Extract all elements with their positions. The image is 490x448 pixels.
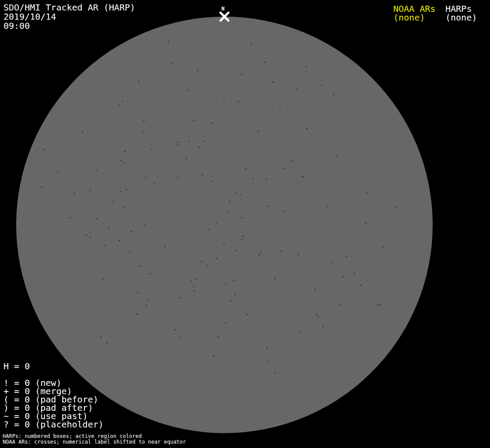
magnetic-speckle xyxy=(124,207,125,208)
magnetic-speckle xyxy=(121,191,122,192)
magnetic-speckle xyxy=(124,162,125,163)
magnetic-speckle xyxy=(125,151,126,152)
magnetic-speckle xyxy=(207,265,208,266)
magnetic-speckle xyxy=(300,332,301,332)
magnetic-speckle xyxy=(365,223,366,224)
magnetic-speckle xyxy=(186,158,187,159)
magnetic-speckle xyxy=(218,336,219,337)
magnetic-speckle xyxy=(178,177,178,178)
noaa-ars-column: NOAA ARs (none) xyxy=(393,4,435,22)
magnetic-speckle xyxy=(296,89,297,90)
magnetic-speckle xyxy=(302,176,303,177)
magnetic-speckle xyxy=(281,251,282,252)
magnetic-speckle xyxy=(258,280,259,280)
magnetic-speckle xyxy=(172,63,172,63)
magnetic-speckle xyxy=(284,168,285,169)
magnetic-speckle xyxy=(86,234,87,235)
magnetic-speckle xyxy=(234,280,234,281)
magnetic-speckle xyxy=(366,192,367,193)
magnetic-speckle xyxy=(70,217,70,218)
magnetic-speckle xyxy=(396,207,396,208)
frame-time: 09:00 xyxy=(4,21,30,31)
magnetic-speckle xyxy=(179,298,180,298)
magnetic-speckle xyxy=(41,187,42,188)
magnetic-speckle xyxy=(194,290,195,291)
magnetic-speckle xyxy=(101,336,102,337)
magnetic-speckle xyxy=(189,141,189,142)
legend-item-placeholder: ? = 0 (placeholder) xyxy=(4,419,104,430)
noaa-ars-value: (none) xyxy=(393,12,425,23)
magnetic-speckle xyxy=(339,304,340,305)
magnetic-speckle xyxy=(253,178,254,179)
magnetic-speckle xyxy=(193,286,194,287)
legend-block: ! = 0 (new) + = 0 (merge) ( = 0 (pad bef… xyxy=(4,379,104,429)
magnetic-speckle xyxy=(213,356,214,357)
magnetic-speckle xyxy=(315,289,315,290)
magnetic-speckle xyxy=(113,201,114,202)
magnetic-speckle xyxy=(122,101,123,102)
magnetic-speckle xyxy=(146,305,147,306)
magnetic-speckle xyxy=(43,149,44,150)
magnetic-speckle xyxy=(150,273,150,274)
magnetic-speckle xyxy=(332,262,332,263)
magnetic-speckle xyxy=(318,316,318,317)
magnetic-speckle xyxy=(74,193,75,194)
magnetic-speckle xyxy=(177,144,178,145)
harps-value: (none) xyxy=(445,12,477,23)
magnetic-speckle xyxy=(108,228,109,229)
magnetic-speckle xyxy=(138,81,139,82)
magnetic-speckle xyxy=(90,237,91,238)
magnetic-speckle xyxy=(197,70,198,71)
magnetic-speckle xyxy=(126,189,126,190)
magnetic-speckle xyxy=(245,168,246,169)
magnetic-speckle xyxy=(336,156,337,157)
magnetic-speckle xyxy=(274,372,275,373)
magnetic-speckle xyxy=(260,253,261,254)
magnetic-speckle xyxy=(266,178,267,179)
magnetic-speckle xyxy=(201,261,202,262)
magnetic-speckle xyxy=(147,300,148,301)
magnetic-speckle xyxy=(105,245,105,246)
magnetic-speckle xyxy=(188,90,189,91)
magnetic-speckle xyxy=(242,217,242,218)
magnetic-speckle xyxy=(203,141,204,142)
magnetic-speckle xyxy=(231,301,231,301)
magnetic-speckle xyxy=(360,285,361,286)
magnetic-speckle xyxy=(264,62,265,63)
magnetic-speckle xyxy=(96,170,97,171)
magnetic-speckle xyxy=(346,256,347,257)
magnetic-speckle xyxy=(240,194,241,195)
magnetic-speckle xyxy=(236,250,237,251)
magnetic-speckle xyxy=(242,236,243,237)
footer-caption: HARPs: numbered boxes; active region col… xyxy=(3,434,186,445)
magnetic-speckle xyxy=(102,279,103,280)
magnetic-speckle xyxy=(283,211,284,212)
magnetic-speckle xyxy=(106,343,107,343)
magnetic-speckle xyxy=(350,136,350,136)
magnetic-speckle xyxy=(178,142,178,143)
solar-disk xyxy=(16,17,433,433)
magnetic-speckle xyxy=(225,283,226,284)
magnetic-speckle xyxy=(247,314,248,315)
magnetic-speckle xyxy=(274,278,275,279)
magnetic-speckle xyxy=(322,326,323,327)
footer-line-harps: HARPs: numbered boxes; active region col… xyxy=(3,433,142,439)
magnetic-speckle xyxy=(259,255,259,256)
magnetic-speckle xyxy=(175,329,175,330)
magnetic-speckle xyxy=(202,175,203,175)
magnetic-speckle xyxy=(266,347,267,348)
footer-line-noaa: NOAA ARs: crosses; numerical label shift… xyxy=(3,439,186,445)
magnetic-speckle xyxy=(154,183,155,184)
magnetic-speckle xyxy=(380,304,381,305)
harp-count-line: H = 0 xyxy=(4,362,30,371)
magnetic-speckle xyxy=(224,98,224,99)
magnetic-speckle xyxy=(294,161,294,162)
magnetic-speckle xyxy=(57,171,58,172)
magnetic-speckle xyxy=(137,292,138,293)
magnetic-speckle xyxy=(267,206,268,206)
magnetic-speckle xyxy=(236,193,237,194)
magnetic-speckle xyxy=(251,44,252,45)
magnetic-speckle xyxy=(268,361,269,362)
magnetic-speckle xyxy=(139,266,140,266)
magnetic-speckle xyxy=(333,94,334,95)
